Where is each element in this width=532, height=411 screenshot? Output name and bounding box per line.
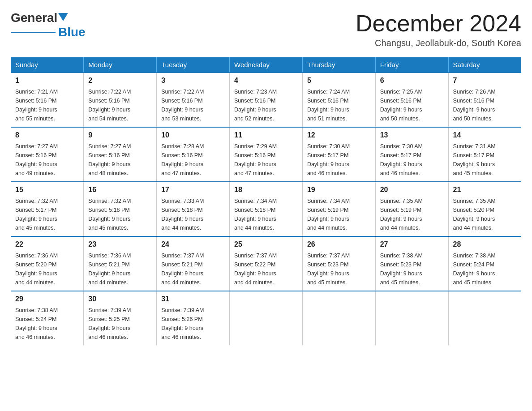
- day-number: 6: [380, 77, 444, 85]
- day-number: 22: [15, 240, 79, 248]
- logo-underline: [11, 32, 56, 33]
- calendar-cell: [230, 291, 303, 345]
- day-info: Sunrise: 7:35 AMSunset: 5:19 PMDaylight:…: [380, 197, 444, 232]
- calendar-cell: 11Sunrise: 7:29 AMSunset: 5:16 PMDayligh…: [230, 127, 303, 182]
- day-info: Sunrise: 7:30 AMSunset: 5:17 PMDaylight:…: [380, 142, 444, 178]
- day-number: 12: [307, 131, 371, 139]
- day-info: Sunrise: 7:24 AMSunset: 5:16 PMDaylight:…: [307, 87, 371, 123]
- calendar-cell: 4Sunrise: 7:23 AMSunset: 5:16 PMDaylight…: [230, 73, 303, 127]
- day-number: 19: [307, 186, 371, 194]
- calendar-week-row: 15Sunrise: 7:32 AMSunset: 5:17 PMDayligh…: [11, 182, 521, 236]
- day-info: Sunrise: 7:30 AMSunset: 5:17 PMDaylight:…: [307, 142, 371, 178]
- day-info: Sunrise: 7:38 AMSunset: 5:24 PMDaylight:…: [15, 306, 79, 342]
- calendar-cell: 3Sunrise: 7:22 AMSunset: 5:16 PMDaylight…: [157, 73, 230, 127]
- day-number: 9: [88, 131, 152, 139]
- calendar-cell: [302, 291, 375, 345]
- header-monday: Monday: [84, 57, 157, 73]
- day-number: 8: [15, 131, 79, 139]
- day-info: Sunrise: 7:29 AMSunset: 5:16 PMDaylight:…: [234, 142, 298, 178]
- day-info: Sunrise: 7:31 AMSunset: 5:17 PMDaylight:…: [453, 142, 517, 178]
- svg-marker-0: [58, 13, 68, 21]
- calendar-cell: 18Sunrise: 7:34 AMSunset: 5:18 PMDayligh…: [230, 182, 303, 236]
- day-number: 10: [161, 131, 225, 139]
- calendar-cell: 17Sunrise: 7:33 AMSunset: 5:18 PMDayligh…: [157, 182, 230, 236]
- day-number: 31: [161, 295, 225, 303]
- calendar-cell: 23Sunrise: 7:36 AMSunset: 5:21 PMDayligh…: [84, 236, 157, 291]
- day-number: 1: [15, 77, 79, 85]
- day-number: 3: [161, 77, 225, 85]
- calendar-cell: 2Sunrise: 7:22 AMSunset: 5:16 PMDaylight…: [84, 73, 157, 127]
- calendar-cell: 12Sunrise: 7:30 AMSunset: 5:17 PMDayligh…: [302, 127, 375, 182]
- header-tuesday: Tuesday: [157, 57, 230, 73]
- logo: General Blue: [11, 11, 86, 39]
- day-info: Sunrise: 7:37 AMSunset: 5:22 PMDaylight:…: [234, 251, 298, 287]
- calendar-cell: 25Sunrise: 7:37 AMSunset: 5:22 PMDayligh…: [230, 236, 303, 291]
- calendar-cell: 21Sunrise: 7:35 AMSunset: 5:20 PMDayligh…: [448, 182, 521, 236]
- day-info: Sunrise: 7:32 AMSunset: 5:17 PMDaylight:…: [15, 197, 79, 232]
- day-number: 21: [453, 186, 517, 194]
- calendar-cell: 22Sunrise: 7:36 AMSunset: 5:20 PMDayligh…: [11, 236, 84, 291]
- day-number: 15: [15, 186, 79, 194]
- calendar-cell: 20Sunrise: 7:35 AMSunset: 5:19 PMDayligh…: [375, 182, 448, 236]
- day-number: 17: [161, 186, 225, 194]
- day-info: Sunrise: 7:34 AMSunset: 5:18 PMDaylight:…: [234, 197, 298, 232]
- day-info: Sunrise: 7:34 AMSunset: 5:19 PMDaylight:…: [307, 197, 371, 232]
- day-number: 29: [15, 295, 79, 303]
- header-sunday: Sunday: [11, 57, 84, 73]
- header-saturday: Saturday: [448, 57, 521, 73]
- day-number: 30: [88, 295, 152, 303]
- calendar-week-row: 1Sunrise: 7:21 AMSunset: 5:16 PMDaylight…: [11, 73, 521, 127]
- day-info: Sunrise: 7:32 AMSunset: 5:18 PMDaylight:…: [88, 197, 152, 232]
- calendar-cell: [375, 291, 448, 345]
- day-info: Sunrise: 7:39 AMSunset: 5:26 PMDaylight:…: [161, 306, 225, 342]
- title-block: December 2024 Changsu, Jeollabuk-do, Sou…: [356, 11, 521, 48]
- day-info: Sunrise: 7:37 AMSunset: 5:21 PMDaylight:…: [161, 251, 225, 287]
- day-info: Sunrise: 7:39 AMSunset: 5:25 PMDaylight:…: [88, 306, 152, 342]
- day-number: 11: [234, 131, 298, 139]
- calendar-week-row: 8Sunrise: 7:27 AMSunset: 5:16 PMDaylight…: [11, 127, 521, 182]
- calendar-cell: 13Sunrise: 7:30 AMSunset: 5:17 PMDayligh…: [375, 127, 448, 182]
- calendar-cell: 26Sunrise: 7:37 AMSunset: 5:23 PMDayligh…: [302, 236, 375, 291]
- calendar-cell: 27Sunrise: 7:38 AMSunset: 5:23 PMDayligh…: [375, 236, 448, 291]
- day-number: 14: [453, 131, 517, 139]
- day-number: 4: [234, 77, 298, 85]
- calendar-cell: 8Sunrise: 7:27 AMSunset: 5:16 PMDaylight…: [11, 127, 84, 182]
- calendar-cell: 24Sunrise: 7:37 AMSunset: 5:21 PMDayligh…: [157, 236, 230, 291]
- day-info: Sunrise: 7:38 AMSunset: 5:24 PMDaylight:…: [453, 251, 517, 287]
- day-info: Sunrise: 7:22 AMSunset: 5:16 PMDaylight:…: [88, 87, 152, 123]
- day-info: Sunrise: 7:37 AMSunset: 5:23 PMDaylight:…: [307, 251, 371, 287]
- day-info: Sunrise: 7:25 AMSunset: 5:16 PMDaylight:…: [380, 87, 444, 123]
- calendar-cell: 19Sunrise: 7:34 AMSunset: 5:19 PMDayligh…: [302, 182, 375, 236]
- day-number: 23: [88, 240, 152, 248]
- day-info: Sunrise: 7:28 AMSunset: 5:16 PMDaylight:…: [161, 142, 225, 178]
- day-info: Sunrise: 7:38 AMSunset: 5:23 PMDaylight:…: [380, 251, 444, 287]
- calendar-cell: 14Sunrise: 7:31 AMSunset: 5:17 PMDayligh…: [448, 127, 521, 182]
- day-info: Sunrise: 7:27 AMSunset: 5:16 PMDaylight:…: [15, 142, 79, 178]
- logo-blue: Blue: [58, 25, 86, 39]
- day-number: 13: [380, 131, 444, 139]
- day-number: 16: [88, 186, 152, 194]
- day-number: 25: [234, 240, 298, 248]
- day-number: 28: [453, 240, 517, 248]
- header-friday: Friday: [375, 57, 448, 73]
- day-info: Sunrise: 7:36 AMSunset: 5:20 PMDaylight:…: [15, 251, 79, 287]
- logo-general: General: [11, 11, 57, 25]
- calendar-cell: 7Sunrise: 7:26 AMSunset: 5:16 PMDaylight…: [448, 73, 521, 127]
- logo-triangle-icon: [58, 13, 68, 21]
- calendar-cell: 30Sunrise: 7:39 AMSunset: 5:25 PMDayligh…: [84, 291, 157, 345]
- day-info: Sunrise: 7:22 AMSunset: 5:16 PMDaylight:…: [161, 87, 225, 123]
- calendar-week-row: 29Sunrise: 7:38 AMSunset: 5:24 PMDayligh…: [11, 291, 521, 345]
- calendar-cell: 9Sunrise: 7:27 AMSunset: 5:16 PMDaylight…: [84, 127, 157, 182]
- calendar-cell: 16Sunrise: 7:32 AMSunset: 5:18 PMDayligh…: [84, 182, 157, 236]
- calendar-cell: 6Sunrise: 7:25 AMSunset: 5:16 PMDaylight…: [375, 73, 448, 127]
- day-info: Sunrise: 7:36 AMSunset: 5:21 PMDaylight:…: [88, 251, 152, 287]
- day-info: Sunrise: 7:27 AMSunset: 5:16 PMDaylight:…: [88, 142, 152, 178]
- day-number: 24: [161, 240, 225, 248]
- header-thursday: Thursday: [302, 57, 375, 73]
- calendar-cell: 10Sunrise: 7:28 AMSunset: 5:16 PMDayligh…: [157, 127, 230, 182]
- calendar-cell: 31Sunrise: 7:39 AMSunset: 5:26 PMDayligh…: [157, 291, 230, 345]
- header-wednesday: Wednesday: [230, 57, 303, 73]
- day-info: Sunrise: 7:35 AMSunset: 5:20 PMDaylight:…: [453, 197, 517, 232]
- day-number: 20: [380, 186, 444, 194]
- month-title: December 2024: [356, 11, 521, 36]
